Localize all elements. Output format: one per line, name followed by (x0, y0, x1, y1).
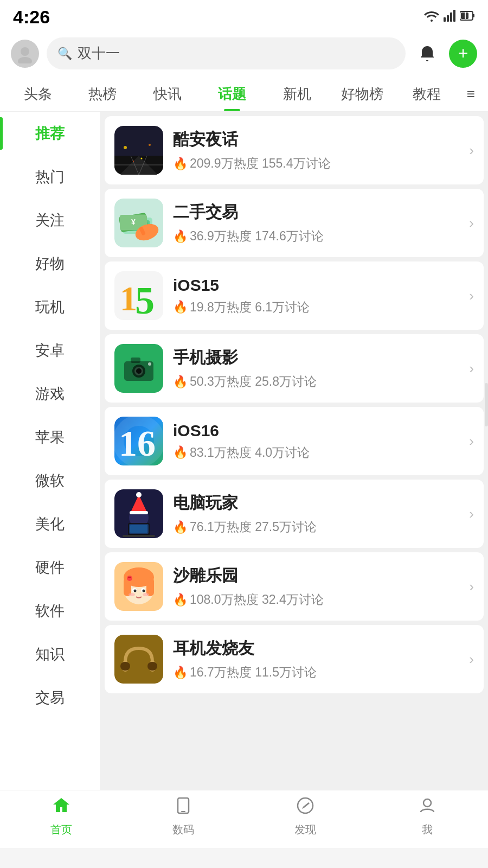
sidebar-item-trade[interactable]: 交易 (0, 676, 100, 719)
chevron-right-icon: › (469, 578, 474, 595)
svg-point-49 (136, 492, 142, 497)
nav-more-button[interactable]: ≡ (459, 76, 483, 110)
search-icon: 🔍 (57, 47, 72, 61)
tab-flash[interactable]: 快讯 (135, 75, 200, 111)
topic-stats: 🔥 50.3万热度 25.8万讨论 (173, 373, 459, 390)
sidebar-item-recommend[interactable]: 推荐 (0, 112, 100, 155)
topic-stats: 🔥 209.9万热度 155.4万讨论 (173, 155, 459, 172)
topic-info: 手机摄影 🔥 50.3万热度 25.8万讨论 (173, 347, 459, 390)
chevron-right-icon: › (469, 651, 474, 668)
chevron-right-icon: › (469, 506, 474, 522)
avatar[interactable] (11, 40, 39, 68)
topic-heat-discuss: 36.9万热度 174.6万讨论 (190, 228, 324, 245)
list-item[interactable]: 16 iOS16 🔥 83.1万热度 4.0万讨论 › (105, 407, 484, 475)
tab-goodlist[interactable]: 好物榜 (330, 75, 395, 111)
topic-name: 耳机发烧友 (173, 637, 459, 660)
sidebar-item-goods[interactable]: 好物 (0, 242, 100, 285)
topic-info: iOS16 🔥 83.1万热度 4.0万讨论 (173, 422, 459, 461)
search-input-value: 双十一 (78, 44, 120, 63)
svg-rect-71 (147, 662, 157, 671)
tab-trending[interactable]: 热榜 (70, 75, 136, 111)
bottom-nav-discover[interactable]: 发现 (244, 796, 366, 837)
topic-info: iOS15 🔥 19.8万热度 6.1万讨论 (173, 276, 459, 316)
tab-tutorial[interactable]: 教程 (394, 75, 459, 111)
status-bar: 4:26 (0, 0, 488, 32)
tab-newphone[interactable]: 新机 (265, 75, 330, 111)
list-item[interactable]: 手机摄影 🔥 50.3万热度 25.8万讨论 › (105, 334, 484, 403)
sidebar-item-microsoft[interactable]: 微软 (0, 459, 100, 502)
topic-stats: 🔥 108.0万热度 32.4万讨论 (173, 591, 459, 608)
user-icon (418, 796, 437, 820)
bottom-nav-digital[interactable]: 数码 (122, 796, 244, 837)
home-icon (52, 796, 71, 820)
topic-thumb: 1 5 (114, 271, 163, 320)
sidebar-item-hot[interactable]: 热门 (0, 155, 100, 199)
topic-heat-discuss: 83.1万热度 4.0万讨论 (190, 444, 310, 461)
svg-rect-52 (123, 535, 155, 537)
wifi-icon (424, 10, 439, 25)
topic-heat-discuss: 108.0万热度 32.4万讨论 (190, 591, 324, 608)
svg-point-39 (136, 368, 142, 374)
svg-point-63 (129, 593, 135, 596)
topic-heat-discuss: 19.8万热度 6.1万讨论 (190, 299, 310, 316)
topic-thumb (114, 635, 163, 684)
list-item[interactable]: 电脑玩家 🔥 76.1万热度 27.5万讨论 › (105, 480, 484, 548)
topic-info: 二手交易 🔥 36.9万热度 174.6万讨论 (173, 201, 459, 245)
topic-info: 电脑玩家 🔥 76.1万热度 27.5万讨论 (173, 492, 459, 535)
svg-rect-40 (131, 358, 140, 363)
bottom-nav-profile-label: 我 (422, 822, 433, 837)
topic-heat-discuss: 76.1万热度 27.5万讨论 (190, 519, 317, 535)
sidebar-item-software[interactable]: 软件 (0, 589, 100, 633)
tab-topics[interactable]: 话题 (200, 75, 265, 111)
sidebar-item-hardware[interactable]: 硬件 (0, 546, 100, 589)
svg-rect-48 (130, 511, 148, 514)
svg-rect-72 (178, 798, 189, 813)
sidebar-item-apple[interactable]: 苹果 (0, 416, 100, 459)
sidebar-item-beauty[interactable]: 美化 (0, 502, 100, 546)
topic-info: 沙雕乐园 🔥 108.0万热度 32.4万讨论 (173, 565, 459, 608)
topic-name: iOS16 (173, 422, 459, 440)
svg-rect-5 (473, 14, 474, 17)
signal-icon (444, 10, 455, 25)
svg-point-76 (423, 799, 431, 807)
fire-icon: 🔥 (173, 520, 188, 534)
topic-thumb (114, 562, 163, 611)
fire-icon: 🔥 (173, 157, 188, 171)
chevron-right-icon: › (469, 433, 474, 450)
status-icons (424, 10, 475, 25)
sidebar-item-game[interactable]: 游戏 (0, 372, 100, 416)
svg-point-14 (149, 144, 151, 146)
topic-heat-discuss: 16.7万热度 11.5万讨论 (190, 664, 317, 681)
topic-stats: 🔥 83.1万热度 4.0万讨论 (173, 444, 459, 461)
list-item[interactable]: 沙雕乐园 🔥 108.0万热度 32.4万讨论 › (105, 552, 484, 621)
list-item[interactable]: 酷安夜话 🔥 209.9万热度 155.4万讨论 › (105, 116, 484, 184)
search-bar[interactable]: 🔍 双十一 (47, 37, 406, 69)
svg-rect-53 (130, 525, 147, 533)
bottom-nav-discover-label: 发现 (294, 822, 316, 837)
svg-rect-67 (114, 635, 163, 684)
tab-headlines[interactable]: 头条 (5, 75, 70, 111)
notification-button[interactable] (413, 40, 441, 68)
fire-icon: 🔥 (173, 666, 188, 680)
sidebar-item-android[interactable]: 安卓 (0, 329, 100, 372)
chevron-right-icon: › (469, 142, 474, 159)
topic-info: 酷安夜话 🔥 209.9万热度 155.4万讨论 (173, 129, 459, 172)
bottom-nav-profile[interactable]: 我 (366, 796, 488, 837)
nav-tabs: 头条 热榜 快讯 话题 新机 好物榜 教程 ≡ (0, 75, 488, 112)
sidebar-item-follow[interactable]: 关注 (0, 199, 100, 242)
add-button[interactable]: + (449, 40, 477, 68)
svg-text:5: 5 (135, 279, 155, 320)
sidebar-item-knowledge[interactable]: 知识 (0, 633, 100, 676)
list-item[interactable]: 耳机发烧友 🔥 16.7万热度 11.5万讨论 › (105, 625, 484, 693)
bottom-nav-home[interactable]: 首页 (0, 796, 122, 837)
topic-list: 酷安夜话 🔥 209.9万热度 155.4万讨论 › (100, 112, 488, 790)
topic-stats: 🔥 19.8万热度 6.1万讨论 (173, 299, 459, 316)
main-content: 推荐 热门 关注 好物 玩机 安卓 游戏 苹果 微软 美化 硬件 软件 知识 交… (0, 112, 488, 790)
svg-rect-0 (444, 17, 446, 22)
list-item[interactable]: ¥ 二手交易 🔥 36.9万热度 174.6万讨论 › (105, 189, 484, 257)
sidebar-item-play[interactable]: 玩机 (0, 285, 100, 329)
fire-icon: 🔥 (173, 445, 188, 459)
fire-icon: 🔥 (173, 229, 188, 244)
svg-point-15 (141, 158, 143, 159)
list-item[interactable]: 1 5 iOS15 🔥 19.8万热度 6.1万讨论 › (105, 261, 484, 330)
